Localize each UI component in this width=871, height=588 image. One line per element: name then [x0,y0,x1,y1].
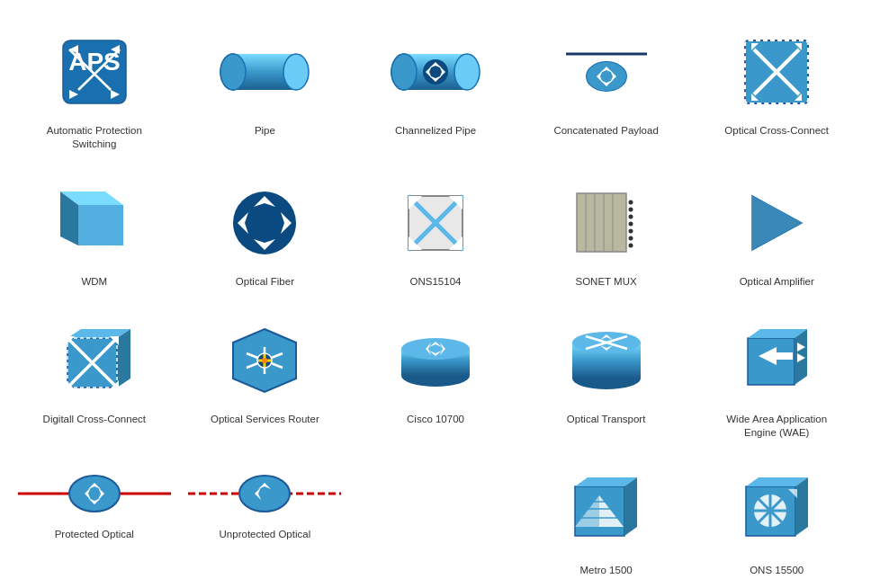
label-ons-15500: ONS 15500 [750,564,804,577]
label-optical-amplifier: Optical Amplifier [740,275,814,289]
label-digitall-cross-connect: Digitall Cross-Connect [43,413,146,426]
item-ons-15500[interactable]: ONS 15500 [691,458,862,586]
label-metro-1500: Metro 1500 [580,564,633,577]
icon-concatenated-payload [561,27,651,117]
item-digitall-cross-connect[interactable]: Digitall Cross-Connect [9,307,180,449]
item-optical-fiber[interactable]: Optical Fiber [180,169,351,298]
icon-metro-1500 [561,467,651,557]
svg-point-85 [262,358,267,363]
item-empty1 [350,458,521,586]
icon-ons15104 [391,178,480,268]
label-pipe: Pipe [255,124,275,138]
icon-wdm [49,178,139,268]
svg-marker-40 [78,205,123,245]
label-protected-optical: Protected Optical [55,528,134,541]
svg-point-11 [283,54,309,90]
label-ons15104: ONS15104 [410,275,462,289]
svg-point-60 [629,215,633,219]
svg-point-107 [69,476,120,512]
svg-marker-126 [795,477,808,536]
icon-aps: APS [49,27,139,117]
item-ons15104[interactable]: ONS15104 [350,169,521,298]
label-optical-fiber: Optical Fiber [236,275,294,289]
svg-point-63 [629,236,633,241]
item-pipe[interactable]: Pipe [180,18,351,160]
svg-point-16 [391,54,417,90]
icon-grid: APS Automatic Protection Switching [0,0,871,588]
icon-sonet-mux [561,178,651,268]
icon-optical-transport [561,316,651,405]
label-unprotected-optical: Unprotected Optical [220,528,311,541]
label-optical-services-router: Optical Services Router [211,413,319,426]
icon-digitall-cross-connect [49,316,139,405]
item-concatenated-payload[interactable]: Concatenated Payload [521,18,692,160]
icon-pipe [220,27,310,117]
svg-point-88 [401,338,470,360]
icon-optical-services-router [220,316,310,405]
item-channelized-pipe[interactable]: Channelized Pipe [350,18,521,160]
label-aps: Automatic Protection Switching [31,124,157,151]
item-unprotected-optical[interactable]: Unprotected Optical [180,458,351,586]
svg-point-64 [629,244,633,248]
svg-point-58 [629,200,633,205]
item-optical-services-router[interactable]: Optical Services Router [180,307,351,449]
svg-point-24 [587,62,626,91]
label-channelized-pipe: Channelized Pipe [395,124,476,138]
svg-marker-118 [624,477,637,536]
item-optical-transport[interactable]: Optical Transport [521,307,692,449]
icon-optical-fiber [220,178,310,268]
icon-wae [732,316,822,405]
item-cisco-10700[interactable]: Cisco 10700 [350,307,521,449]
svg-point-59 [629,208,633,212]
svg-point-15 [454,54,480,90]
label-wdm: WDM [81,275,107,289]
item-wdm[interactable]: WDM [9,169,180,298]
item-aps[interactable]: APS Automatic Protection Switching [9,18,180,160]
icon-optical-cross-connect [732,27,822,117]
label-sonet-mux: SONET MUX [576,275,637,289]
svg-marker-66 [752,196,802,250]
item-protected-optical[interactable]: Protected Optical [9,458,180,586]
label-wae: Wide Area Application Engine (WAE) [714,413,840,440]
icon-ons-15500 [732,467,822,557]
label-optical-cross-connect: Optical Cross-Connect [724,124,829,138]
svg-marker-70 [117,329,130,388]
icon-protected-optical [18,467,171,521]
icon-cisco-10700 [391,316,480,405]
svg-rect-53 [577,193,626,252]
icon-unprotected-optical [188,467,341,521]
icon-channelized-pipe [391,27,480,117]
icon-optical-amplifier [732,178,822,268]
item-optical-amplifier[interactable]: Optical Amplifier [691,169,862,298]
svg-point-62 [629,229,633,234]
icon-empty1 [391,467,480,557]
label-concatenated-payload: Concatenated Payload [553,124,658,138]
item-wae[interactable]: Wide Area Application Engine (WAE) [691,307,862,449]
label-optical-transport: Optical Transport [567,413,646,426]
svg-point-12 [220,54,246,90]
item-optical-cross-connect[interactable]: Optical Cross-Connect [691,18,862,160]
item-metro-1500[interactable]: Metro 1500 [521,458,692,586]
svg-point-113 [239,476,290,512]
item-sonet-mux[interactable]: SONET MUX [521,169,692,298]
label-cisco-10700: Cisco 10700 [407,413,464,426]
svg-point-61 [629,222,633,227]
